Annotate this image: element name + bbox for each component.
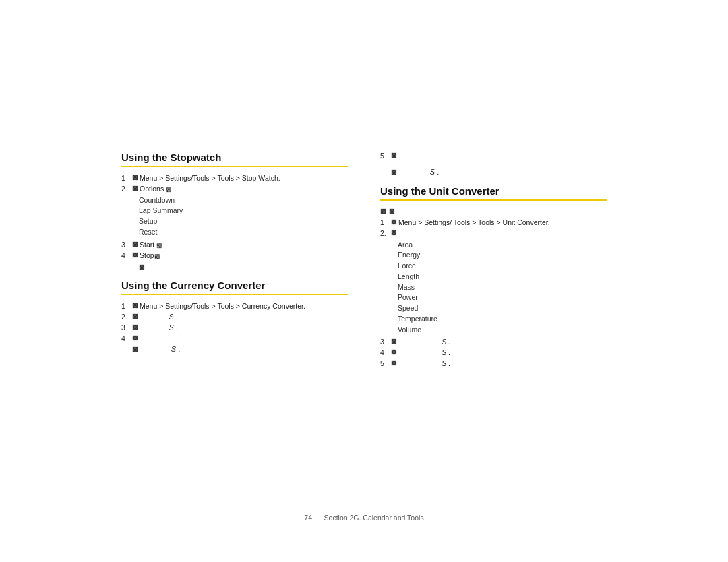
currency-step-2: 2. ▩ S . [121, 313, 348, 321]
step-num: 2. [121, 313, 131, 321]
list-item: Temperature [398, 314, 607, 325]
step-icon: ▩ [132, 323, 138, 330]
step-icon: ▩ [391, 359, 397, 366]
right-column: 5 ▩ ▩ S . Using the Unit Converter ▩ ▩ [380, 152, 607, 371]
section-text: Section 2G. Calendar and Tools [324, 513, 424, 522]
page-number: 74 [304, 513, 312, 522]
step-num: 4 [380, 348, 390, 356]
unit-converter-section: Using the Unit Converter ▩ ▩ 1 ▩ Menu > … [380, 185, 607, 368]
step-icon: ▩ [391, 338, 397, 344]
stopwatch-step-1: 1 ▩ Menu > Settings/Tools > Tools > Stop… [121, 174, 348, 182]
step-icon: ▩ [132, 241, 138, 247]
stopwatch-step-2: 2. ▩ Options ▩ [121, 185, 348, 193]
list-item: Speed [398, 303, 607, 314]
step-text: S . [398, 348, 607, 356]
step-num: 3 [380, 338, 390, 346]
step-num: 5 [380, 359, 390, 367]
currency-step-5: 5 ▩ [380, 152, 607, 160]
step-text: Options ▩ [140, 185, 348, 193]
step-icon: ▩ [391, 218, 397, 225]
unit-options-list: Area Energy Force Length Mass Power Spee… [398, 240, 607, 336]
step-text: Menu > Settings/Tools > Tools > Stop Wat… [140, 174, 348, 182]
step-text: S . [398, 338, 607, 346]
step-icon: ▩ [391, 348, 397, 355]
step-text: Stop▩ [140, 251, 348, 259]
content-area: Using the Stopwatch 1 ▩ Menu > Settings/… [121, 152, 607, 371]
page: Using the Stopwatch 1 ▩ Menu > Settings/… [0, 0, 728, 562]
step-icon: ▩ [132, 174, 138, 181]
unit-intro-icons: ▩ ▩ [380, 208, 607, 214]
step-num: 2. [121, 185, 131, 193]
list-item: Force [398, 261, 607, 272]
currency-title: Using the Currency Converter [121, 280, 348, 295]
currency-step-3: 3 ▩ S . [121, 323, 348, 332]
step-icon: ▩ [391, 168, 397, 175]
list-item: Setup [139, 216, 348, 227]
step-text: S . [398, 359, 607, 367]
step-text: Menu > Settings/Tools > Tools > Currency… [140, 302, 348, 310]
step-num: 1 [380, 218, 390, 226]
stopwatch-title: Using the Stopwatch [121, 152, 348, 167]
step-icon: ▩ [132, 302, 138, 309]
list-item: Area [398, 240, 607, 251]
step-num: 1 [121, 302, 131, 310]
step-icon: ▩ [132, 251, 138, 258]
currency-step-4: 4 ▩ [121, 334, 348, 342]
unit-step-4: 4 ▩ S . [380, 348, 607, 356]
list-item: Mass [398, 282, 607, 293]
step-num: 2. [380, 229, 390, 237]
step-icon: ▩ [391, 229, 397, 236]
unit-step-5: 5 ▩ S . [380, 359, 607, 367]
step-num: 1 [121, 174, 131, 182]
list-item: Lap Summary [139, 206, 348, 216]
step-text: S . [140, 323, 348, 332]
step-icon: ▩ [389, 208, 395, 214]
step-icon: ▩ [132, 346, 138, 352]
list-item: Countdown [139, 195, 348, 206]
list-item: Volume [398, 325, 607, 336]
step-num: 3 [121, 323, 131, 332]
list-item: Power [398, 292, 607, 303]
step-text: S . [140, 313, 348, 321]
list-item: Length [398, 272, 607, 282]
stopwatch-step-3: 3 ▩ Start ▩ [121, 241, 348, 249]
step-icon: ▩ [139, 263, 145, 270]
currency-section: Using the Currency Converter 1 ▩ Menu > … [121, 280, 348, 353]
step-num: 4 [121, 334, 131, 342]
step-num: 4 [121, 251, 131, 259]
step-icon: ▩ [380, 208, 386, 214]
step-text: S . [399, 168, 439, 176]
unit-step-3: 3 ▩ S . [380, 338, 607, 346]
step-text: Start ▩ [140, 241, 348, 249]
step-text: S . [140, 345, 180, 353]
currency-step-1: 1 ▩ Menu > Settings/Tools > Tools > Curr… [121, 302, 348, 310]
list-item: Reset [139, 227, 348, 238]
stopwatch-options-list: Countdown Lap Summary Setup Reset [139, 195, 348, 238]
stopwatch-step-4: 4 ▩ Stop▩ [121, 251, 348, 259]
step-icon: ▩ [132, 313, 138, 319]
unit-converter-title: Using the Unit Converter [380, 185, 607, 201]
list-item: Energy [398, 250, 607, 261]
stopwatch-section: Using the Stopwatch 1 ▩ Menu > Settings/… [121, 152, 348, 270]
step-icon: ▩ [132, 185, 138, 191]
step-icon: ▩ [391, 152, 397, 158]
step-text: Menu > Settings/ Tools > Tools > Unit Co… [398, 218, 607, 226]
left-column: Using the Stopwatch 1 ▩ Menu > Settings/… [121, 152, 348, 353]
step-num: 5 [380, 152, 390, 160]
step-num: 3 [121, 241, 131, 249]
unit-step-2: 2. ▩ [380, 229, 607, 237]
page-footer: 74 Section 2G. Calendar and Tools [304, 513, 423, 522]
step-icon: ▩ [132, 334, 138, 341]
unit-step-1: 1 ▩ Menu > Settings/ Tools > Tools > Uni… [380, 218, 607, 226]
